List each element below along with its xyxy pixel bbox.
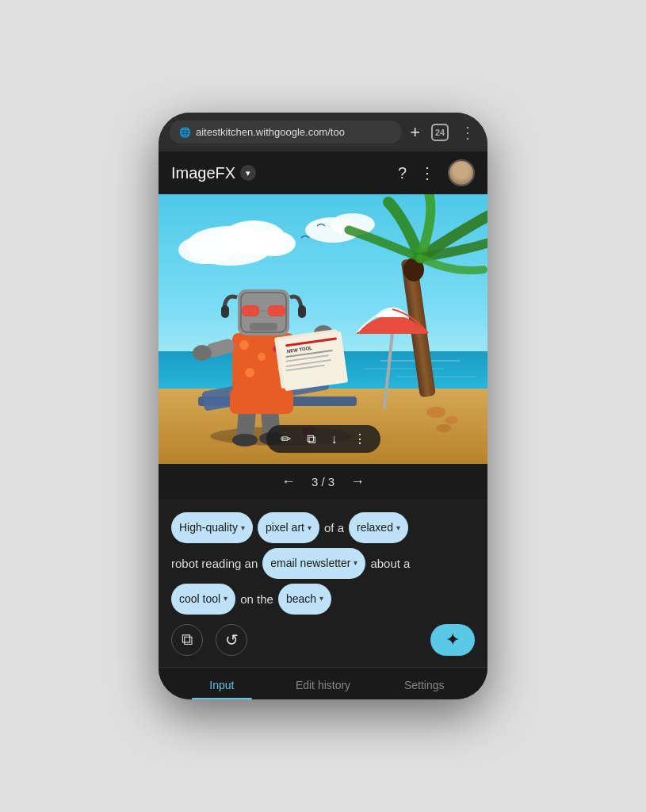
newsletter-chip-arrow: ▾ (354, 554, 357, 572)
phone-frame: 🌐 aitestkitchen.withgoogle.com/too + 24 … (159, 113, 487, 699)
location-chip[interactable]: beach ▾ (278, 584, 331, 615)
tab-edit-history[interactable]: Edit history (273, 668, 374, 699)
beach-scene-svg: NEW TOOL (159, 194, 487, 464)
browser-url-text: aitestkitchen.withgoogle.com/too (196, 126, 392, 138)
bottom-toolbar: ⧉ ↺ ✦ (159, 615, 487, 667)
newsletter-chip[interactable]: email newsletter ▾ (262, 548, 365, 579)
pagination-bar: ← 3 / 3 → (159, 464, 487, 500)
prompt-text-about: about a (370, 550, 410, 576)
svg-rect-42 (268, 305, 285, 316)
svg-point-30 (239, 340, 249, 350)
svg-point-26 (232, 434, 258, 446)
image-controls: ✏ ⧉ ↓ ⋮ (266, 425, 380, 453)
style-chip-arrow: ▾ (308, 519, 312, 537)
prompt-tokens: High-quality ▾ pixel art ▾ of a relaxed … (171, 512, 475, 614)
help-icon[interactable]: ? (398, 164, 407, 182)
more-options-button[interactable]: ⋮ (354, 431, 366, 446)
app-header: ImageFX ▾ ? ⋮ (159, 151, 487, 194)
svg-point-37 (193, 345, 212, 361)
url-icon: 🌐 (179, 127, 191, 138)
svg-rect-44 (221, 305, 229, 318)
svg-point-3 (178, 236, 234, 264)
prompt-area: High-quality ▾ pixel art ▾ of a relaxed … (159, 500, 487, 614)
svg-point-14 (436, 424, 452, 432)
svg-point-13 (445, 416, 458, 424)
svg-point-32 (245, 368, 254, 377)
style-chip[interactable]: pixel art ▾ (258, 512, 319, 543)
subject-chip-arrow: ▾ (224, 590, 227, 607)
browser-bar: 🌐 aitestkitchen.withgoogle.com/too + 24 … (159, 113, 487, 151)
browser-menu-button[interactable]: ⋮ (460, 123, 476, 142)
tab-settings[interactable]: Settings (373, 668, 475, 699)
svg-rect-41 (242, 305, 259, 316)
tabs-count-badge[interactable]: 24 (431, 124, 449, 141)
app-menu-icon[interactable]: ⋮ (419, 163, 435, 182)
generate-icon: ✦ (445, 630, 460, 650)
location-chip-arrow: ▾ (319, 590, 323, 607)
tab-bar: Input Edit history Settings (159, 667, 487, 699)
prompt-text-of-a: of a (324, 515, 344, 541)
toolbar-left: ⧉ ↺ (171, 624, 247, 656)
image-container: NEW TOOL ✏ ⧉ ↓ ⋮ (159, 194, 487, 464)
copy-button[interactable]: ⧉ (307, 432, 315, 446)
quality-chip[interactable]: High-quality ▾ (171, 512, 253, 543)
svg-point-12 (426, 407, 445, 418)
app-title: ImageFX (171, 164, 235, 182)
svg-point-4 (251, 231, 296, 256)
mood-chip-arrow: ▾ (396, 519, 400, 537)
tab-input[interactable]: Input (171, 668, 273, 699)
app-title-group: ImageFX ▾ (171, 164, 256, 182)
pagination-indicator: 3 / 3 (312, 475, 334, 488)
prev-image-button[interactable]: ← (281, 473, 296, 490)
copy-icon: ⧉ (182, 630, 193, 649)
edit-button[interactable]: ✏ (281, 431, 291, 446)
refresh-icon: ↺ (225, 630, 239, 649)
svg-rect-46 (250, 323, 277, 331)
svg-rect-45 (298, 305, 306, 318)
next-image-button[interactable]: → (350, 473, 365, 490)
generate-button[interactable]: ✦ (430, 624, 475, 656)
avatar[interactable] (448, 159, 475, 186)
quality-chip-arrow: ▾ (241, 519, 245, 537)
browser-url-area[interactable]: 🌐 aitestkitchen.withgoogle.com/too (170, 121, 402, 144)
download-button[interactable]: ↓ (331, 432, 338, 446)
prompt-text-robot: robot reading an (171, 550, 258, 576)
copy-prompt-button[interactable]: ⧉ (171, 624, 203, 656)
subject-chip[interactable]: cool tool ▾ (171, 584, 235, 615)
svg-point-31 (258, 353, 266, 361)
browser-actions: + 24 ⋮ (410, 122, 476, 143)
app-dropdown-button[interactable]: ▾ (240, 165, 256, 181)
prompt-text-on-the: on the (240, 586, 273, 612)
new-tab-button[interactable]: + (410, 122, 420, 143)
app-header-actions: ? ⋮ (398, 159, 475, 186)
refresh-button[interactable]: ↺ (216, 624, 247, 656)
generated-image: NEW TOOL ✏ ⧉ ↓ ⋮ (159, 194, 487, 464)
mood-chip[interactable]: relaxed ▾ (349, 512, 408, 543)
